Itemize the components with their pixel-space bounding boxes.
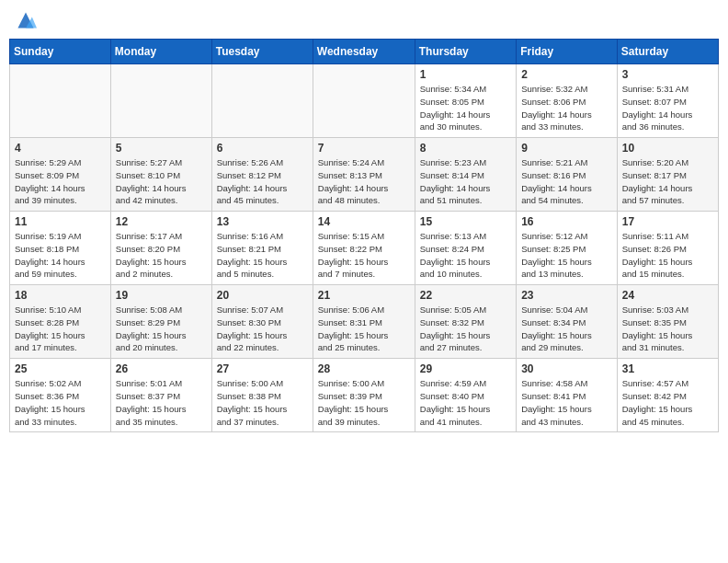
calendar-cell: 21Sunrise: 5:06 AM Sunset: 8:31 PM Dayli… [313, 285, 415, 359]
calendar-cell: 22Sunrise: 5:05 AM Sunset: 8:32 PM Dayli… [415, 285, 516, 359]
day-number: 30 [521, 362, 612, 375]
calendar-cell: 2Sunrise: 5:32 AM Sunset: 8:06 PM Daylig… [517, 64, 618, 138]
day-info: Sunrise: 5:07 AM Sunset: 8:30 PM Dayligh… [217, 304, 308, 354]
day-info: Sunrise: 5:17 AM Sunset: 8:20 PM Dayligh… [116, 230, 207, 281]
day-number: 5 [116, 142, 207, 155]
day-info: Sunrise: 4:57 AM Sunset: 8:42 PM Dayligh… [622, 377, 713, 428]
calendar-cell: 17Sunrise: 5:11 AM Sunset: 8:26 PM Dayli… [617, 212, 718, 285]
day-number: 20 [217, 289, 308, 302]
day-info: Sunrise: 5:19 AM Sunset: 8:18 PM Dayligh… [15, 230, 106, 281]
weekday-header-saturday: Saturday [617, 40, 718, 64]
calendar-cell: 16Sunrise: 5:12 AM Sunset: 8:25 PM Dayli… [517, 212, 618, 285]
day-number: 10 [622, 142, 713, 155]
day-info: Sunrise: 5:32 AM Sunset: 8:06 PM Dayligh… [521, 83, 612, 133]
calendar-cell: 23Sunrise: 5:04 AM Sunset: 8:34 PM Dayli… [517, 285, 618, 359]
logo-icon [15, 9, 37, 31]
logo [13, 9, 37, 31]
calendar-cell: 5Sunrise: 5:27 AM Sunset: 8:10 PM Daylig… [110, 138, 211, 212]
day-number: 3 [622, 68, 713, 81]
day-info: Sunrise: 5:04 AM Sunset: 8:34 PM Dayligh… [521, 304, 612, 354]
day-number: 11 [15, 215, 106, 228]
day-number: 12 [116, 215, 207, 228]
calendar-cell: 25Sunrise: 5:02 AM Sunset: 8:36 PM Dayli… [10, 359, 111, 432]
calendar-cell: 27Sunrise: 5:00 AM Sunset: 8:38 PM Dayli… [211, 359, 313, 432]
calendar-cell [211, 64, 313, 138]
calendar-cell: 8Sunrise: 5:23 AM Sunset: 8:14 PM Daylig… [415, 138, 516, 212]
day-number: 8 [420, 142, 511, 155]
day-info: Sunrise: 5:03 AM Sunset: 8:35 PM Dayligh… [622, 304, 713, 354]
calendar-cell: 9Sunrise: 5:21 AM Sunset: 8:16 PM Daylig… [517, 138, 618, 212]
calendar-cell [110, 64, 211, 138]
calendar-cell: 31Sunrise: 4:57 AM Sunset: 8:42 PM Dayli… [617, 359, 718, 432]
calendar-cell: 26Sunrise: 5:01 AM Sunset: 8:37 PM Dayli… [110, 359, 211, 432]
day-info: Sunrise: 4:59 AM Sunset: 8:40 PM Dayligh… [420, 377, 511, 428]
weekday-header-tuesday: Tuesday [211, 40, 313, 64]
calendar-cell: 18Sunrise: 5:10 AM Sunset: 8:28 PM Dayli… [10, 285, 111, 359]
day-number: 9 [521, 142, 612, 155]
day-number: 31 [622, 362, 713, 375]
day-info: Sunrise: 4:58 AM Sunset: 8:41 PM Dayligh… [521, 377, 612, 428]
calendar-cell: 20Sunrise: 5:07 AM Sunset: 8:30 PM Dayli… [211, 285, 313, 359]
day-number: 26 [116, 362, 207, 375]
day-info: Sunrise: 5:29 AM Sunset: 8:09 PM Dayligh… [15, 156, 106, 207]
calendar-cell [10, 64, 111, 138]
weekday-header-wednesday: Wednesday [313, 40, 415, 64]
calendar-cell: 14Sunrise: 5:15 AM Sunset: 8:22 PM Dayli… [313, 212, 415, 285]
day-number: 14 [318, 215, 410, 228]
calendar-cell: 12Sunrise: 5:17 AM Sunset: 8:20 PM Dayli… [110, 212, 211, 285]
day-info: Sunrise: 5:00 AM Sunset: 8:39 PM Dayligh… [318, 377, 410, 428]
calendar-cell [313, 64, 415, 138]
day-info: Sunrise: 5:27 AM Sunset: 8:10 PM Dayligh… [116, 156, 207, 207]
calendar-table: SundayMondayTuesdayWednesdayThursdayFrid… [9, 39, 719, 432]
day-number: 7 [318, 142, 410, 155]
day-info: Sunrise: 5:11 AM Sunset: 8:26 PM Dayligh… [622, 230, 713, 281]
day-number: 27 [217, 362, 308, 375]
day-info: Sunrise: 5:26 AM Sunset: 8:12 PM Dayligh… [217, 156, 308, 207]
day-info: Sunrise: 5:23 AM Sunset: 8:14 PM Dayligh… [420, 156, 511, 207]
day-info: Sunrise: 5:10 AM Sunset: 8:28 PM Dayligh… [15, 304, 106, 354]
calendar-cell: 7Sunrise: 5:24 AM Sunset: 8:13 PM Daylig… [313, 138, 415, 212]
day-number: 4 [15, 142, 106, 155]
calendar-cell: 15Sunrise: 5:13 AM Sunset: 8:24 PM Dayli… [415, 212, 516, 285]
day-number: 18 [15, 289, 106, 302]
calendar-cell: 1Sunrise: 5:34 AM Sunset: 8:05 PM Daylig… [415, 64, 516, 138]
calendar-cell: 28Sunrise: 5:00 AM Sunset: 8:39 PM Dayli… [313, 359, 415, 432]
calendar-cell: 3Sunrise: 5:31 AM Sunset: 8:07 PM Daylig… [617, 64, 718, 138]
day-info: Sunrise: 5:13 AM Sunset: 8:24 PM Dayligh… [420, 230, 511, 281]
day-info: Sunrise: 5:06 AM Sunset: 8:31 PM Dayligh… [318, 304, 410, 354]
day-number: 28 [318, 362, 410, 375]
day-info: Sunrise: 5:00 AM Sunset: 8:38 PM Dayligh… [217, 377, 308, 428]
calendar-cell: 19Sunrise: 5:08 AM Sunset: 8:29 PM Dayli… [110, 285, 211, 359]
day-number: 29 [420, 362, 511, 375]
day-number: 6 [217, 142, 308, 155]
weekday-header-sunday: Sunday [10, 40, 111, 64]
day-number: 16 [521, 215, 612, 228]
day-number: 19 [116, 289, 207, 302]
weekday-header-monday: Monday [110, 40, 211, 64]
day-number: 15 [420, 215, 511, 228]
day-info: Sunrise: 5:08 AM Sunset: 8:29 PM Dayligh… [116, 304, 207, 354]
weekday-header-friday: Friday [517, 40, 618, 64]
day-info: Sunrise: 5:02 AM Sunset: 8:36 PM Dayligh… [15, 377, 106, 428]
day-info: Sunrise: 5:20 AM Sunset: 8:17 PM Dayligh… [622, 156, 713, 207]
day-info: Sunrise: 5:15 AM Sunset: 8:22 PM Dayligh… [318, 230, 410, 281]
day-number: 1 [420, 68, 511, 81]
day-info: Sunrise: 5:12 AM Sunset: 8:25 PM Dayligh… [521, 230, 612, 281]
calendar-cell: 4Sunrise: 5:29 AM Sunset: 8:09 PM Daylig… [10, 138, 111, 212]
day-info: Sunrise: 5:01 AM Sunset: 8:37 PM Dayligh… [116, 377, 207, 428]
day-info: Sunrise: 5:21 AM Sunset: 8:16 PM Dayligh… [521, 156, 612, 207]
day-number: 21 [318, 289, 410, 302]
calendar-cell: 10Sunrise: 5:20 AM Sunset: 8:17 PM Dayli… [617, 138, 718, 212]
day-number: 17 [622, 215, 713, 228]
day-number: 24 [622, 289, 713, 302]
calendar-cell: 11Sunrise: 5:19 AM Sunset: 8:18 PM Dayli… [10, 212, 111, 285]
day-number: 2 [521, 68, 612, 81]
calendar-cell: 13Sunrise: 5:16 AM Sunset: 8:21 PM Dayli… [211, 212, 313, 285]
day-number: 13 [217, 215, 308, 228]
day-info: Sunrise: 5:16 AM Sunset: 8:21 PM Dayligh… [217, 230, 308, 281]
weekday-header-thursday: Thursday [415, 40, 516, 64]
day-info: Sunrise: 5:34 AM Sunset: 8:05 PM Dayligh… [420, 83, 511, 133]
day-number: 25 [15, 362, 106, 375]
page-header [9, 9, 719, 31]
calendar-cell: 29Sunrise: 4:59 AM Sunset: 8:40 PM Dayli… [415, 359, 516, 432]
